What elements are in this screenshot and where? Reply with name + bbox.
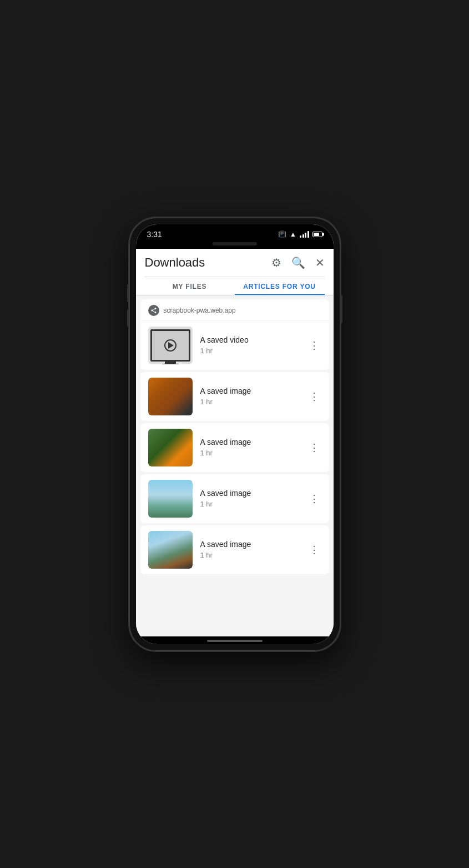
status-bar: 3:31 📳 ▲ bbox=[136, 224, 334, 242]
item-title: A saved image bbox=[200, 438, 307, 446]
phone-screen: 3:31 📳 ▲ bbox=[136, 224, 334, 644]
item-menu-button[interactable]: ⋮ bbox=[307, 541, 321, 558]
item-menu-button[interactable]: ⋮ bbox=[307, 337, 321, 354]
item-thumbnail-image bbox=[148, 378, 193, 415]
volume-up-button[interactable] bbox=[127, 284, 129, 302]
list-item[interactable]: A saved image 1 hr ⋮ bbox=[140, 474, 329, 523]
status-time: 3:31 bbox=[147, 230, 162, 239]
source-header: scrapbook-pwa.web.app bbox=[140, 299, 329, 321]
list-item[interactable]: A saved image 1 hr ⋮ bbox=[140, 525, 329, 574]
battery-icon bbox=[312, 232, 322, 237]
svg-line-3 bbox=[153, 310, 154, 312]
tab-articles-for-you[interactable]: ARTICLES FOR YOU bbox=[235, 277, 325, 295]
header-top: Downloads ⚙ 🔍 ✕ bbox=[145, 255, 325, 274]
item-thumbnail-image bbox=[148, 531, 193, 569]
item-info: A saved video 1 hr bbox=[200, 335, 307, 355]
volume-down-button[interactable] bbox=[127, 309, 129, 327]
power-button[interactable] bbox=[340, 295, 342, 323]
signal-icon bbox=[300, 231, 309, 238]
app-title: Downloads bbox=[145, 255, 205, 270]
list-item[interactable]: A saved video 1 hr ⋮ bbox=[140, 321, 329, 370]
article-card: A saved image 1 hr ⋮ bbox=[140, 474, 329, 523]
item-menu-button[interactable]: ⋮ bbox=[307, 439, 321, 456]
item-title: A saved image bbox=[200, 489, 307, 498]
item-meta: 1 hr bbox=[200, 551, 307, 559]
item-info: A saved image 1 hr bbox=[200, 489, 307, 508]
article-card: A saved image 1 hr ⋮ bbox=[140, 372, 329, 421]
svg-line-4 bbox=[153, 309, 154, 310]
item-info: A saved image 1 hr bbox=[200, 438, 307, 457]
item-title: A saved video bbox=[200, 335, 307, 344]
content-area[interactable]: scrapbook-pwa.web.app bbox=[136, 295, 334, 636]
article-card: A saved image 1 hr ⋮ bbox=[140, 525, 329, 574]
list-item[interactable]: A saved image 1 hr ⋮ bbox=[140, 372, 329, 421]
list-item[interactable]: A saved image 1 hr ⋮ bbox=[140, 423, 329, 472]
item-meta: 1 hr bbox=[200, 398, 307, 406]
svg-point-0 bbox=[154, 308, 156, 309]
tabs: MY FILES ARTICLES FOR YOU bbox=[145, 277, 325, 295]
item-meta: 1 hr bbox=[200, 500, 307, 508]
item-thumbnail-image bbox=[148, 429, 193, 466]
search-icon[interactable]: 🔍 bbox=[291, 256, 305, 269]
wifi-icon: ▲ bbox=[290, 230, 296, 238]
home-indicator bbox=[207, 640, 263, 642]
item-info: A saved image 1 hr bbox=[200, 540, 307, 559]
item-title: A saved image bbox=[200, 387, 307, 395]
item-menu-button[interactable]: ⋮ bbox=[307, 388, 321, 405]
item-thumbnail-image bbox=[148, 480, 193, 518]
status-icons: 📳 ▲ bbox=[278, 230, 322, 238]
svg-point-1 bbox=[151, 309, 153, 311]
source-name: scrapbook-pwa.web.app bbox=[164, 307, 236, 314]
item-meta: 1 hr bbox=[200, 347, 307, 355]
close-icon[interactable]: ✕ bbox=[315, 256, 325, 269]
svg-point-2 bbox=[154, 312, 156, 313]
settings-icon[interactable]: ⚙ bbox=[271, 256, 281, 269]
bottom-bar bbox=[136, 636, 334, 644]
article-card: A saved image 1 hr ⋮ bbox=[140, 423, 329, 472]
share-icon bbox=[148, 305, 159, 316]
item-info: A saved image 1 hr bbox=[200, 387, 307, 406]
article-card: scrapbook-pwa.web.app bbox=[140, 299, 329, 370]
app-header: Downloads ⚙ 🔍 ✕ MY FILES ARTICLES FOR YO… bbox=[136, 249, 334, 295]
phone-device: 3:31 📳 ▲ bbox=[129, 218, 340, 651]
app-content: Downloads ⚙ 🔍 ✕ MY FILES ARTICLES FOR YO… bbox=[136, 249, 334, 636]
item-meta: 1 hr bbox=[200, 449, 307, 457]
item-menu-button[interactable]: ⋮ bbox=[307, 490, 321, 507]
tab-my-files[interactable]: MY FILES bbox=[145, 277, 235, 295]
item-thumbnail-video bbox=[148, 327, 193, 364]
vibrate-icon: 📳 bbox=[278, 230, 286, 238]
speaker bbox=[136, 242, 334, 249]
item-title: A saved image bbox=[200, 540, 307, 549]
header-actions: ⚙ 🔍 ✕ bbox=[271, 256, 325, 269]
